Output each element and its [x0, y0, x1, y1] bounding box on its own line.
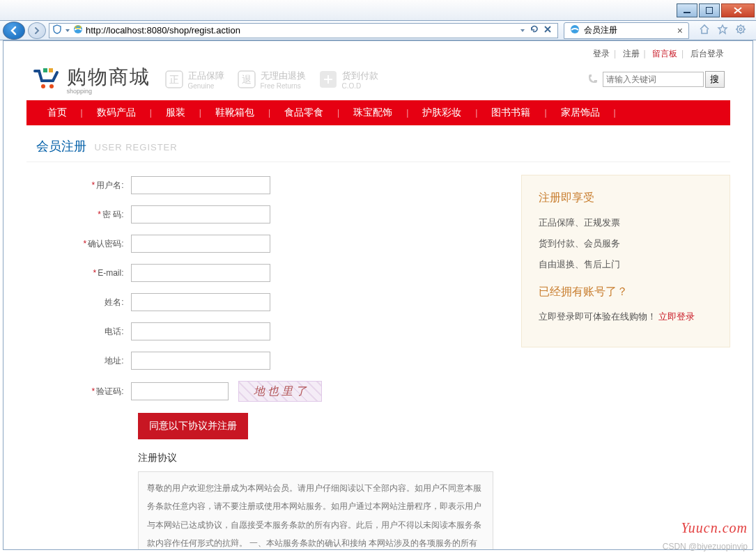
side-have-account: 已经拥有账号了？ [539, 285, 713, 299]
input-address[interactable] [131, 352, 270, 370]
address-bar[interactable] [49, 23, 558, 38]
badge-returns: 退 无理由退换Free Returns [237, 70, 306, 90]
favorites-icon[interactable] [717, 24, 728, 37]
svg-rect-0 [684, 12, 691, 13]
ie-icon [570, 24, 580, 36]
svg-rect-7 [43, 68, 47, 72]
url-input[interactable] [86, 24, 514, 38]
nav-books[interactable]: 图书书籍 [477, 107, 544, 119]
badge-icon: 正 [164, 70, 184, 89]
guarantee-badges: 正 正品保障Genuine 退 无理由退换Free Returns 货到付款C.… [164, 70, 378, 90]
browser-back-button[interactable] [3, 22, 25, 40]
page-title: 会员注册 USER REGISTER [26, 125, 730, 162]
home-icon[interactable] [699, 24, 710, 37]
agreement-title: 注册协议 [138, 452, 493, 464]
site-logo[interactable]: 购物商城 shopping [32, 64, 151, 95]
svg-point-9 [41, 84, 45, 88]
badge-cod: 货到付款C.O.D [318, 70, 378, 90]
badge-icon [318, 70, 338, 89]
badge-genuine: 正 正品保障Genuine [164, 70, 224, 90]
label-password: *密 码: [47, 209, 131, 221]
input-phone[interactable] [131, 322, 270, 340]
tools-icon[interactable] [735, 24, 746, 37]
benefit-line: 货到付款、会员服务 [539, 237, 713, 250]
watermark: Yuucn.com [681, 520, 748, 536]
label-email: *E-mail: [47, 268, 131, 278]
agreement-textarea[interactable]: 尊敬的用户欢迎您注册成为本网站会员。请用户仔细阅读以下全部内容。如用户不同意本服… [138, 471, 493, 550]
main-nav: 首页| 数码产品| 服装| 鞋靴箱包| 食品零食| 珠宝配饰| 护肤彩妆| 图书… [26, 100, 730, 125]
label-captcha: *验证码: [47, 386, 131, 398]
benefit-line: 正品保障、正规发票 [539, 217, 713, 229]
nav-beauty[interactable]: 护肤彩妆 [408, 107, 475, 119]
refresh-icon[interactable] [530, 24, 539, 36]
svg-point-10 [49, 84, 54, 88]
browser-tab[interactable]: 会员注册 × [564, 22, 689, 39]
captcha-image[interactable]: 地 也 里 了 [238, 381, 322, 402]
nav-food[interactable]: 食品零食 [270, 107, 337, 119]
svg-rect-1 [706, 7, 713, 14]
side-benefit-title: 注册即享受 [539, 191, 713, 205]
side-panel: 注册即享受 正品保障、正规发票 货到付款、会员服务 自由退换、售后上门 已经拥有… [521, 175, 730, 347]
label-address: 地址: [47, 355, 131, 367]
submit-button[interactable]: 同意以下协议并注册 [138, 413, 248, 439]
svg-rect-8 [49, 68, 53, 72]
nav-jewelry[interactable]: 珠宝配饰 [339, 107, 406, 119]
ie-icon [73, 24, 83, 36]
nav-home[interactable]: 首页 [33, 107, 81, 119]
input-captcha[interactable] [131, 382, 229, 400]
nav-home-goods[interactable]: 家居饰品 [547, 107, 614, 119]
stop-icon[interactable] [543, 25, 552, 36]
input-email[interactable] [131, 264, 270, 282]
nav-digital[interactable]: 数码产品 [83, 107, 150, 119]
window-maximize-button[interactable] [699, 3, 720, 17]
svg-text:正: 正 [169, 74, 179, 85]
nav-shoes[interactable]: 鞋靴箱包 [201, 107, 268, 119]
link-register[interactable]: 注册 [623, 49, 640, 58]
label-name: 姓名: [47, 297, 131, 308]
window-titlebar [0, 0, 756, 21]
input-password[interactable] [131, 205, 270, 223]
login-now-link[interactable]: 立即登录 [658, 311, 695, 322]
label-phone: 电话: [47, 326, 131, 338]
browser-forward-button[interactable] [28, 22, 46, 39]
dropdown-icon[interactable] [520, 26, 525, 36]
phone-icon [587, 73, 599, 86]
search-input[interactable] [606, 72, 700, 86]
link-message-board[interactable]: 留言板 [652, 49, 677, 58]
tab-close-button[interactable]: × [677, 26, 683, 36]
search-button[interactable]: 搜 [705, 71, 725, 88]
benefit-line: 自由退换、售后上门 [539, 258, 713, 271]
badge-icon: 退 [237, 70, 256, 89]
top-links: 登录| 注册| 留言板| 后台登录 [26, 41, 730, 61]
register-form: *用户名: *密 码: *确认密码: *E-mail: 姓名: 电话: 地址: … [26, 162, 493, 550]
svg-text:退: 退 [242, 74, 252, 85]
label-confirm: *确认密码: [47, 238, 131, 250]
tab-title: 会员注册 [584, 24, 617, 36]
input-name[interactable] [131, 293, 270, 311]
dropdown-icon[interactable] [65, 26, 70, 36]
browser-toolbar: 会员注册 × [0, 21, 756, 40]
input-confirm-password[interactable] [131, 235, 270, 253]
logo-text-cn: 购物商城 [67, 64, 151, 91]
login-prompt: 立即登录即可体验在线购物！ 立即登录 [539, 311, 713, 323]
input-username[interactable] [131, 176, 270, 194]
link-admin-login[interactable]: 后台登录 [691, 49, 724, 58]
label-username: *用户名: [47, 180, 131, 191]
window-close-button[interactable] [721, 3, 755, 17]
svg-point-6 [739, 28, 742, 31]
nav-clothes[interactable]: 服装 [152, 107, 199, 119]
csdn-watermark: CSDN @biyezuopinvip [663, 542, 748, 551]
search-box[interactable] [603, 72, 704, 87]
window-minimize-button[interactable] [677, 3, 697, 17]
cart-icon [32, 67, 60, 92]
shield-icon [52, 24, 62, 36]
link-login[interactable]: 登录 [593, 49, 610, 58]
page-viewport: 登录| 注册| 留言板| 后台登录 购物商城 shopping [3, 40, 753, 550]
